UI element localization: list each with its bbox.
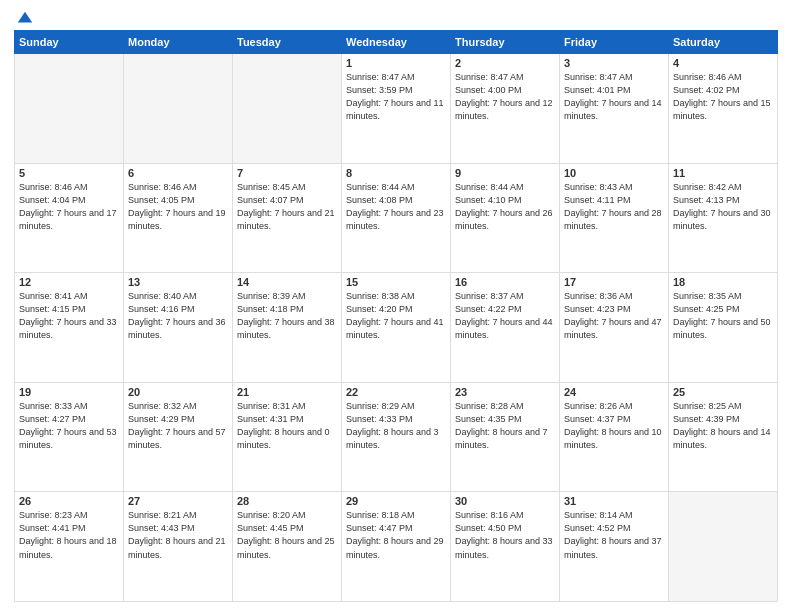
day-number: 30 xyxy=(455,495,555,507)
day-header: Tuesday xyxy=(233,31,342,54)
day-number: 11 xyxy=(673,167,773,179)
day-number: 19 xyxy=(19,386,119,398)
day-number: 22 xyxy=(346,386,446,398)
cell-details: Sunrise: 8:46 AMSunset: 4:02 PMDaylight:… xyxy=(673,72,771,121)
cell-details: Sunrise: 8:41 AMSunset: 4:15 PMDaylight:… xyxy=(19,291,117,340)
cell-details: Sunrise: 8:43 AMSunset: 4:11 PMDaylight:… xyxy=(564,182,662,231)
logo xyxy=(14,10,34,24)
day-number: 3 xyxy=(564,57,664,69)
calendar-cell: 22 Sunrise: 8:29 AMSunset: 4:33 PMDaylig… xyxy=(342,382,451,492)
day-header: Friday xyxy=(560,31,669,54)
calendar-week-row: 12 Sunrise: 8:41 AMSunset: 4:15 PMDaylig… xyxy=(15,273,778,383)
calendar-cell: 30 Sunrise: 8:16 AMSunset: 4:50 PMDaylig… xyxy=(451,492,560,602)
cell-details: Sunrise: 8:38 AMSunset: 4:20 PMDaylight:… xyxy=(346,291,444,340)
day-number: 4 xyxy=(673,57,773,69)
calendar-cell: 23 Sunrise: 8:28 AMSunset: 4:35 PMDaylig… xyxy=(451,382,560,492)
day-number: 7 xyxy=(237,167,337,179)
calendar-cell: 17 Sunrise: 8:36 AMSunset: 4:23 PMDaylig… xyxy=(560,273,669,383)
cell-details: Sunrise: 8:36 AMSunset: 4:23 PMDaylight:… xyxy=(564,291,662,340)
logo-icon xyxy=(16,10,34,28)
calendar-cell: 31 Sunrise: 8:14 AMSunset: 4:52 PMDaylig… xyxy=(560,492,669,602)
cell-details: Sunrise: 8:18 AMSunset: 4:47 PMDaylight:… xyxy=(346,510,444,559)
cell-details: Sunrise: 8:32 AMSunset: 4:29 PMDaylight:… xyxy=(128,401,226,450)
calendar-cell: 25 Sunrise: 8:25 AMSunset: 4:39 PMDaylig… xyxy=(669,382,778,492)
calendar-cell: 24 Sunrise: 8:26 AMSunset: 4:37 PMDaylig… xyxy=(560,382,669,492)
calendar-cell: 3 Sunrise: 8:47 AMSunset: 4:01 PMDayligh… xyxy=(560,54,669,164)
cell-details: Sunrise: 8:20 AMSunset: 4:45 PMDaylight:… xyxy=(237,510,335,559)
cell-details: Sunrise: 8:42 AMSunset: 4:13 PMDaylight:… xyxy=(673,182,771,231)
day-number: 5 xyxy=(19,167,119,179)
calendar-week-row: 1 Sunrise: 8:47 AMSunset: 3:59 PMDayligh… xyxy=(15,54,778,164)
calendar-week-row: 26 Sunrise: 8:23 AMSunset: 4:41 PMDaylig… xyxy=(15,492,778,602)
cell-details: Sunrise: 8:21 AMSunset: 4:43 PMDaylight:… xyxy=(128,510,226,559)
cell-details: Sunrise: 8:33 AMSunset: 4:27 PMDaylight:… xyxy=(19,401,117,450)
calendar-week-row: 5 Sunrise: 8:46 AMSunset: 4:04 PMDayligh… xyxy=(15,163,778,273)
day-header: Wednesday xyxy=(342,31,451,54)
calendar-cell xyxy=(233,54,342,164)
calendar-cell: 19 Sunrise: 8:33 AMSunset: 4:27 PMDaylig… xyxy=(15,382,124,492)
day-number: 1 xyxy=(346,57,446,69)
calendar-cell: 2 Sunrise: 8:47 AMSunset: 4:00 PMDayligh… xyxy=(451,54,560,164)
day-number: 10 xyxy=(564,167,664,179)
calendar-cell: 29 Sunrise: 8:18 AMSunset: 4:47 PMDaylig… xyxy=(342,492,451,602)
calendar-cell: 13 Sunrise: 8:40 AMSunset: 4:16 PMDaylig… xyxy=(124,273,233,383)
day-number: 25 xyxy=(673,386,773,398)
calendar-cell: 28 Sunrise: 8:20 AMSunset: 4:45 PMDaylig… xyxy=(233,492,342,602)
calendar-cell xyxy=(124,54,233,164)
day-number: 26 xyxy=(19,495,119,507)
day-number: 21 xyxy=(237,386,337,398)
day-number: 18 xyxy=(673,276,773,288)
calendar-cell: 7 Sunrise: 8:45 AMSunset: 4:07 PMDayligh… xyxy=(233,163,342,273)
day-number: 16 xyxy=(455,276,555,288)
calendar-cell xyxy=(669,492,778,602)
day-header: Sunday xyxy=(15,31,124,54)
calendar-header-row: SundayMondayTuesdayWednesdayThursdayFrid… xyxy=(15,31,778,54)
cell-details: Sunrise: 8:44 AMSunset: 4:10 PMDaylight:… xyxy=(455,182,553,231)
calendar-cell: 16 Sunrise: 8:37 AMSunset: 4:22 PMDaylig… xyxy=(451,273,560,383)
calendar-cell: 21 Sunrise: 8:31 AMSunset: 4:31 PMDaylig… xyxy=(233,382,342,492)
calendar-cell: 5 Sunrise: 8:46 AMSunset: 4:04 PMDayligh… xyxy=(15,163,124,273)
day-number: 15 xyxy=(346,276,446,288)
day-number: 31 xyxy=(564,495,664,507)
day-number: 24 xyxy=(564,386,664,398)
day-number: 29 xyxy=(346,495,446,507)
cell-details: Sunrise: 8:23 AMSunset: 4:41 PMDaylight:… xyxy=(19,510,117,559)
cell-details: Sunrise: 8:40 AMSunset: 4:16 PMDaylight:… xyxy=(128,291,226,340)
day-header: Saturday xyxy=(669,31,778,54)
cell-details: Sunrise: 8:28 AMSunset: 4:35 PMDaylight:… xyxy=(455,401,548,450)
cell-details: Sunrise: 8:47 AMSunset: 4:00 PMDaylight:… xyxy=(455,72,553,121)
calendar-cell: 1 Sunrise: 8:47 AMSunset: 3:59 PMDayligh… xyxy=(342,54,451,164)
day-header: Thursday xyxy=(451,31,560,54)
calendar-cell: 20 Sunrise: 8:32 AMSunset: 4:29 PMDaylig… xyxy=(124,382,233,492)
calendar-cell: 14 Sunrise: 8:39 AMSunset: 4:18 PMDaylig… xyxy=(233,273,342,383)
cell-details: Sunrise: 8:31 AMSunset: 4:31 PMDaylight:… xyxy=(237,401,330,450)
calendar-cell xyxy=(15,54,124,164)
day-number: 14 xyxy=(237,276,337,288)
calendar-table: SundayMondayTuesdayWednesdayThursdayFrid… xyxy=(14,30,778,602)
cell-details: Sunrise: 8:44 AMSunset: 4:08 PMDaylight:… xyxy=(346,182,444,231)
cell-details: Sunrise: 8:29 AMSunset: 4:33 PMDaylight:… xyxy=(346,401,439,450)
cell-details: Sunrise: 8:26 AMSunset: 4:37 PMDaylight:… xyxy=(564,401,662,450)
cell-details: Sunrise: 8:46 AMSunset: 4:05 PMDaylight:… xyxy=(128,182,226,231)
cell-details: Sunrise: 8:37 AMSunset: 4:22 PMDaylight:… xyxy=(455,291,553,340)
header xyxy=(14,10,778,24)
day-number: 6 xyxy=(128,167,228,179)
calendar-cell: 27 Sunrise: 8:21 AMSunset: 4:43 PMDaylig… xyxy=(124,492,233,602)
calendar-cell: 11 Sunrise: 8:42 AMSunset: 4:13 PMDaylig… xyxy=(669,163,778,273)
cell-details: Sunrise: 8:25 AMSunset: 4:39 PMDaylight:… xyxy=(673,401,771,450)
calendar-cell: 26 Sunrise: 8:23 AMSunset: 4:41 PMDaylig… xyxy=(15,492,124,602)
calendar-week-row: 19 Sunrise: 8:33 AMSunset: 4:27 PMDaylig… xyxy=(15,382,778,492)
day-number: 12 xyxy=(19,276,119,288)
day-number: 20 xyxy=(128,386,228,398)
day-number: 9 xyxy=(455,167,555,179)
cell-details: Sunrise: 8:35 AMSunset: 4:25 PMDaylight:… xyxy=(673,291,771,340)
day-number: 17 xyxy=(564,276,664,288)
page: SundayMondayTuesdayWednesdayThursdayFrid… xyxy=(0,0,792,612)
day-header: Monday xyxy=(124,31,233,54)
calendar-cell: 6 Sunrise: 8:46 AMSunset: 4:05 PMDayligh… xyxy=(124,163,233,273)
cell-details: Sunrise: 8:46 AMSunset: 4:04 PMDaylight:… xyxy=(19,182,117,231)
day-number: 27 xyxy=(128,495,228,507)
day-number: 8 xyxy=(346,167,446,179)
cell-details: Sunrise: 8:14 AMSunset: 4:52 PMDaylight:… xyxy=(564,510,662,559)
calendar-cell: 4 Sunrise: 8:46 AMSunset: 4:02 PMDayligh… xyxy=(669,54,778,164)
